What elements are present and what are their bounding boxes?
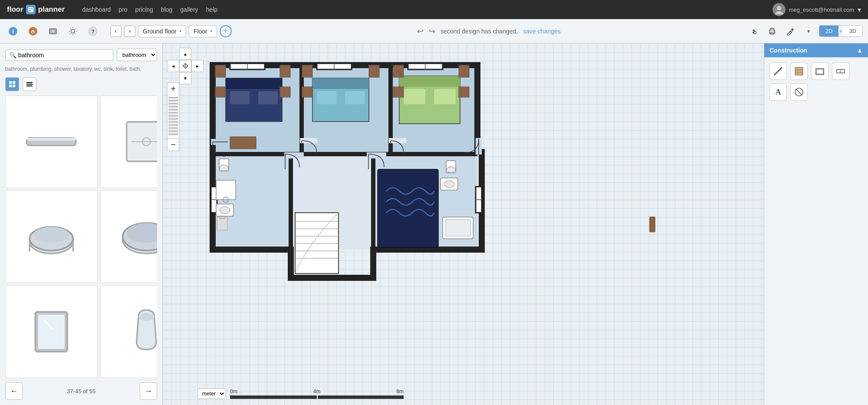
library-button[interactable]: 🏠 xyxy=(25,23,41,39)
floor-plan[interactable] xyxy=(187,52,525,286)
list-item[interactable] xyxy=(100,286,157,378)
svg-rect-0 xyxy=(28,7,33,12)
nav-help[interactable]: help xyxy=(206,6,217,13)
text-tool-button[interactable]: A xyxy=(769,83,787,101)
svg-point-36 xyxy=(34,227,69,243)
svg-rect-51 xyxy=(38,314,66,350)
view-3d-button[interactable]: 3D xyxy=(843,26,862,36)
grid-view-button[interactable] xyxy=(5,77,19,91)
svg-rect-3 xyxy=(29,10,30,11)
right-panel: Construction ▲ A xyxy=(764,43,868,405)
svg-rect-20 xyxy=(13,81,15,84)
list-view-button[interactable] xyxy=(23,77,36,91)
zoom-out-button[interactable]: − xyxy=(167,139,179,151)
svg-rect-2 xyxy=(31,8,33,9)
svg-point-121 xyxy=(220,207,230,214)
floor-tool-button[interactable] xyxy=(790,63,808,80)
nav-pro[interactable]: pro xyxy=(118,6,127,13)
floor-dropdown[interactable]: Ground floor ▾ xyxy=(138,25,186,37)
logo-text-2: planner xyxy=(38,5,65,14)
floor-selector: ‹ › Ground floor ▾ Floor ▾ + xyxy=(110,25,232,37)
svg-rect-107 xyxy=(399,76,460,87)
svg-point-4 xyxy=(777,6,781,10)
help-button[interactable]: ? xyxy=(85,23,101,39)
search-input[interactable] xyxy=(18,52,109,59)
svg-rect-108 xyxy=(404,89,425,104)
nav-left-button[interactable]: ◄ xyxy=(167,60,179,72)
list-item[interactable] xyxy=(100,191,157,283)
next-page-button[interactable]: → xyxy=(140,382,157,400)
nav-pricing[interactable]: pricing xyxy=(135,6,153,13)
prev-page-button[interactable]: ← xyxy=(5,382,23,400)
eraser-tool-button[interactable] xyxy=(790,83,808,101)
settings-button[interactable] xyxy=(65,23,81,39)
search-row: 🔍 bathroom xyxy=(5,49,157,61)
page-info: 37-45 of 55 xyxy=(67,388,95,395)
list-item[interactable] xyxy=(5,191,98,283)
scale-label-4: 4m xyxy=(313,389,321,395)
list-item[interactable] xyxy=(5,286,98,378)
svg-rect-92 xyxy=(230,91,250,104)
floor-name: Ground floor xyxy=(143,28,177,35)
main-content: 🔍 bathroom bathroom, plumbing, shower, l… xyxy=(0,43,868,405)
nav-down-button[interactable]: ▼ xyxy=(179,72,191,84)
construction-header: Construction ▲ xyxy=(764,43,868,57)
redo-button[interactable]: ↪ xyxy=(429,26,435,36)
roof-tool-button[interactable] xyxy=(811,63,829,80)
nav-right-button[interactable]: ► xyxy=(191,60,204,72)
share-button[interactable] xyxy=(746,23,762,39)
svg-rect-103 xyxy=(302,87,312,97)
category-dropdown[interactable]: bathroom xyxy=(117,49,157,61)
svg-rect-101 xyxy=(317,91,336,104)
floor-next-button[interactable]: › xyxy=(124,26,135,37)
list-item[interactable] xyxy=(100,95,157,188)
nav-blog[interactable]: blog xyxy=(161,6,172,13)
construction-title: Construction xyxy=(769,47,807,54)
info-button[interactable]: i xyxy=(5,23,21,39)
logo-text-1: floor xyxy=(7,5,23,14)
items-grid xyxy=(5,95,157,378)
construction-tools: A xyxy=(764,57,868,106)
svg-rect-27 xyxy=(27,138,76,141)
svg-rect-19 xyxy=(9,81,12,84)
more-button[interactable]: ▾ xyxy=(801,23,816,39)
toolbar: i 🏠 ? ‹ › Ground floor ▾ Floor ▾ + ↩ ↪ s… xyxy=(0,19,868,43)
svg-point-18 xyxy=(774,31,775,32)
wall-tool-button[interactable] xyxy=(769,63,787,80)
save-changes-link[interactable]: save changes xyxy=(523,28,560,35)
unit-selector[interactable]: meter xyxy=(197,389,226,399)
floor-label-dropdown[interactable]: Floor ▾ xyxy=(189,25,217,37)
svg-rect-76 xyxy=(284,152,304,158)
svg-rect-94 xyxy=(215,87,226,97)
svg-rect-95 xyxy=(280,87,290,97)
list-item[interactable] xyxy=(5,95,98,188)
floor-prev-button[interactable]: ‹ xyxy=(110,26,122,37)
undo-button[interactable]: ↩ xyxy=(417,26,424,36)
user-dropdown-arrow[interactable]: ▾ xyxy=(858,6,861,14)
pagination: ← 37-45 of 55 → xyxy=(5,382,157,400)
svg-point-12 xyxy=(52,30,54,33)
print-button[interactable] xyxy=(764,23,780,39)
logo-icon xyxy=(26,5,36,14)
construction-collapse-button[interactable]: ▲ xyxy=(857,47,863,54)
svg-point-5 xyxy=(775,11,783,14)
nav-dashboard[interactable]: dashboard xyxy=(82,6,111,13)
scale-line-wrap: 0m 4m 8m xyxy=(230,389,404,399)
svg-text:?: ? xyxy=(91,28,95,35)
nav-center-button[interactable] xyxy=(179,60,191,72)
avatar xyxy=(773,3,786,16)
svg-rect-22 xyxy=(13,85,15,87)
view-toggle: 2D ▾ 3D xyxy=(819,25,863,37)
zoom-in-button[interactable]: + xyxy=(167,82,179,95)
svg-rect-111 xyxy=(459,87,469,97)
view-2d-button[interactable]: 2D xyxy=(819,26,839,36)
app-logo: floor planner xyxy=(7,5,65,14)
window-tool-button[interactable] xyxy=(832,63,849,80)
nav-gallery[interactable]: gallery xyxy=(180,6,198,13)
nav-up-button[interactable]: ▲ xyxy=(179,48,191,60)
svg-rect-21 xyxy=(9,85,12,87)
photo-button[interactable] xyxy=(45,23,61,39)
wrench-button[interactable] xyxy=(783,23,798,39)
svg-rect-91 xyxy=(226,78,282,89)
add-floor-button[interactable]: + xyxy=(220,25,232,37)
